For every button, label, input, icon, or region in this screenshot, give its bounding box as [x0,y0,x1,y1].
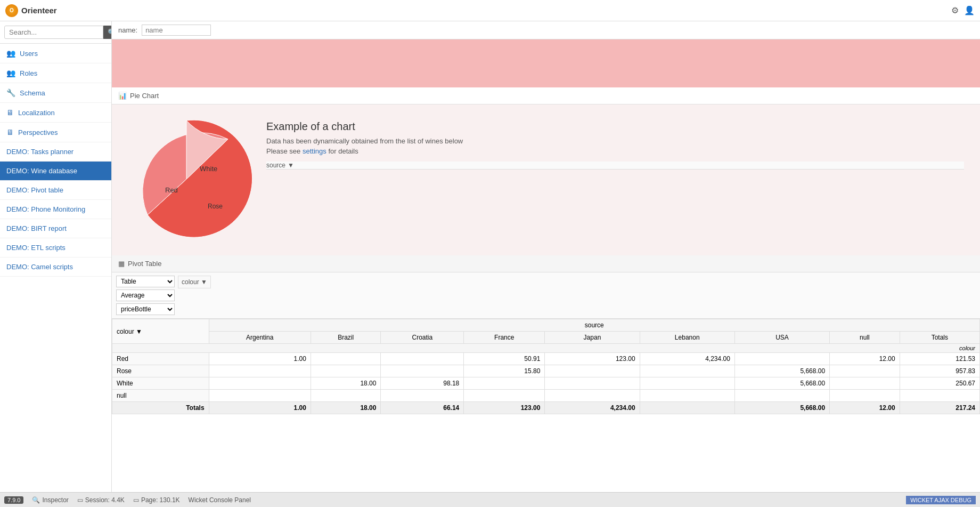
sidebar-item-localization-label: Localization [18,109,55,117]
chart-title: Pie Chart [130,92,159,100]
inspector-label: Inspector [42,496,68,504]
pivot-left-controls: Table Chart Average Sum Count priceBottl… [116,276,175,315]
cell-white-croatia: 98.18 [381,377,464,390]
sidebar-item-camel-scripts-label: DEMO: Camel scripts [6,263,73,271]
search-input[interactable] [4,26,103,39]
name-input[interactable] [142,25,211,36]
cell-red-brazil [311,353,381,365]
cell-rose-japan [545,365,640,377]
sidebar-item-etl-scripts[interactable]: DEMO: ETL scripts [0,238,111,257]
col-brazil: Brazil [311,332,381,344]
app-logo: O Orienteer [5,4,57,17]
cell-red-argentina: 1.00 [209,353,311,365]
chart-body: Red White Rose Example of a chart Data h… [112,104,980,255]
sidebar-item-schema-label: Schema [20,89,45,97]
sidebar-item-roles-label: Roles [20,69,37,77]
cell-rose-france: 15.80 [464,365,545,377]
row-rose: Rose [112,365,209,377]
totals-null: 12.00 [830,402,900,414]
page-icon: ▭ [133,496,139,504]
type-select[interactable]: Table Chart [116,276,175,287]
version-badge: 7.9.0 [4,496,23,504]
colour-header: colour ▼ [112,319,209,344]
console-label: Wicket Console Panel [189,496,251,504]
source-dropdown[interactable]: source ▼ [266,162,964,170]
sidebar-item-perspectives-label: Perspectives [18,128,58,136]
sidebar-item-birt-report[interactable]: DEMO: BIRT report [0,219,111,238]
sidebar-item-tasks-planner[interactable]: DEMO: Tasks planner [0,142,111,162]
content-area: name: 📊 Pie Chart [112,21,980,492]
cell-white-japan [545,377,640,390]
source-header: source [209,319,979,332]
pivot-field-label: colour ▼ [178,276,211,288]
settings-link[interactable]: settings [303,147,326,155]
app-title: Orienteer [21,6,57,15]
col-totals: Totals [900,332,979,344]
totals-lebanon [640,402,734,414]
col-argentina: Argentina [209,332,311,344]
localization-icon: 🖥 [6,108,14,117]
row-white: White [112,377,209,390]
search-button[interactable]: 🔍 [103,26,112,39]
sidebar-item-roles[interactable]: 👥 Roles [0,63,111,83]
name-field-bar: name: [112,21,980,39]
pivot-title: Pivot Table [128,260,161,268]
user-icon[interactable]: 👤 [964,5,975,15]
roles-icon: 👥 [6,69,15,77]
aggregation-select[interactable]: Average Sum Count [116,289,175,301]
chart-icon: 📊 [118,92,127,100]
table-row: Red 1.00 50.91 123.00 4,234.00 12.00 121… [112,353,980,365]
cell-white-lebanon [640,377,734,390]
sidebar-item-phone-monitoring[interactable]: DEMO: Phone Monitoring [0,200,111,219]
inspector-item[interactable]: 🔍 Inspector [32,496,68,504]
cell-rose-lebanon [640,365,734,377]
chart-info: Example of a chart Data has been dynamic… [256,110,975,250]
cell-white-totals: 250.67 [900,377,979,390]
pink-error-area [112,39,980,87]
sidebar-item-users-label: Users [20,50,38,58]
name-label: name: [118,26,137,34]
totals-france: 123.00 [464,402,545,414]
table-row: null [112,390,980,402]
sidebar-item-users[interactable]: 👥 Users [0,44,111,63]
pivot-header: ▦ Pivot Table [112,255,980,272]
settings-icon[interactable]: ⚙ [951,5,959,15]
ajax-debug-button[interactable]: WICKET AJAX DEBUG [906,496,976,504]
sidebar-item-camel-scripts[interactable]: DEMO: Camel scripts [0,257,111,277]
source-label: source [266,162,285,169]
data-table-wrapper: colour ▼ source Argentina Brazil Croatia… [112,319,980,414]
main-layout: 🔍 👥 Users 👥 Roles 🔧 Schema 🖥 Localizatio… [0,21,980,492]
source-dropdown-arrow[interactable]: ▼ [288,162,294,169]
sidebar-item-perspectives[interactable]: 🖥 Perspectives [0,123,111,142]
sidebar-item-pivot-table-label: DEMO: Pivot table [6,186,63,194]
sidebar-item-localization[interactable]: 🖥 Localization [0,103,111,123]
sidebar-item-birt-report-label: DEMO: BIRT report [6,224,67,232]
sidebar-item-wine-database-label: DEMO: Wine database [6,167,77,175]
sidebar-item-pivot-table[interactable]: DEMO: Pivot table [0,181,111,200]
pivot-data-table: colour ▼ source Argentina Brazil Croatia… [112,319,980,414]
search-bar: 🔍 [0,21,111,44]
row-red: Red [112,353,209,365]
sidebar-item-schema[interactable]: 🔧 Schema [0,83,111,103]
perspectives-icon: 🖥 [6,128,14,136]
logo-icon: O [5,4,18,17]
sidebar-item-etl-scripts-label: DEMO: ETL scripts [6,244,66,252]
console-item[interactable]: Wicket Console Panel [189,496,251,504]
pivot-controls: Table Chart Average Sum Count priceBottl… [112,272,980,319]
field-select[interactable]: priceBottle [116,303,175,315]
col-null: null [830,332,900,344]
sidebar-item-wine-database[interactable]: DEMO: Wine database [0,162,111,181]
top-bar: O Orienteer ⚙ 👤 [0,0,980,21]
cell-rose-null [830,365,900,377]
cell-red-croatia [381,353,464,365]
chart-description: Data has been dynamically obtained from … [266,137,964,145]
chart-header: 📊 Pie Chart [112,87,980,104]
cell-white-argentina [209,377,311,390]
chart-example-title: Example of a chart [266,120,964,133]
col-croatia: Croatia [381,332,464,344]
svg-text:Red: Red [165,186,178,194]
schema-icon: 🔧 [6,88,15,97]
svg-text:Rose: Rose [208,203,223,210]
totals-japan: 4,234.00 [545,402,640,414]
totals-argentina: 1.00 [209,402,311,414]
